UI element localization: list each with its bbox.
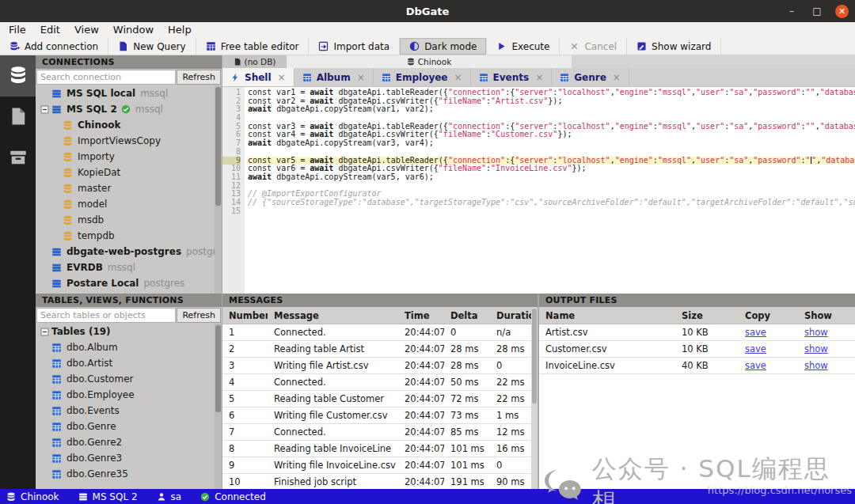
messages-column-duration[interactable]: Duration [490,310,538,321]
status-sa[interactable]: sa [157,491,182,502]
show-link[interactable]: show [804,360,828,371]
code-line[interactable]: await dbgateApi.copyStream(var5, var6); [248,173,855,182]
table-dbo-genre35[interactable]: dbo.Genre35 [36,466,222,482]
dark-mode-button[interactable]: Dark mode [400,38,487,55]
menu-view[interactable]: View [67,22,106,38]
tab-close-icon[interactable]: × [454,72,462,83]
rail-item-connections[interactable] [0,55,36,97]
messages-column-message[interactable]: Message [268,310,398,321]
rail-item-archive[interactable] [0,138,36,179]
show-link[interactable]: show [804,327,828,338]
new-query-button[interactable]: New Query [108,38,196,55]
connection-importviewscopy[interactable]: ImportViewsCopy [36,133,222,149]
save-link[interactable]: save [745,343,766,354]
status-ms-sql-2[interactable]: MS SQL 2 [78,491,138,502]
output-files-column-headers: NameSizeCopyShow [539,307,855,324]
server-db [51,104,62,115]
import-data-button[interactable]: Import data [309,38,400,55]
connection-msdb[interactable]: msdb [36,212,222,228]
toolbar: Add connectionNew QueryFree table editor… [0,38,855,55]
messages-scrollbar[interactable] [531,307,538,489]
menu-help[interactable]: Help [161,22,199,38]
connection-kopiedat[interactable]: KopieDat [36,165,222,180]
maximize-button[interactable]: □ [810,4,824,18]
connection-chinook[interactable]: Chinook [36,117,222,133]
tab-close-icon[interactable]: × [535,72,543,83]
connection-postare-local[interactable]: Postare Localpostgres [36,275,222,291]
tab-employee[interactable]: Employee× [374,68,471,86]
tab-events[interactable]: Events× [471,68,553,86]
connections-refresh-button[interactable]: Refresh [177,70,221,85]
tab-close-icon[interactable]: × [278,72,286,83]
menu-file[interactable]: File [2,22,33,38]
code-line[interactable]: // {"sourceStorageType":"database","targ… [248,199,855,207]
save-link[interactable]: save [745,327,766,338]
save-link[interactable]: save [745,360,766,371]
database [63,152,73,162]
tables-refresh-button[interactable]: Refresh [177,308,221,323]
menu-window[interactable]: Window [106,22,161,38]
output-files-rows: Artist.csv10 KBsaveshowCustomer.csv10 KB… [539,324,855,374]
show-wizard-button[interactable]: Show wizard [627,38,721,55]
messages-column-time[interactable]: Time [398,310,444,321]
messages-panel-header: MESSAGES [222,294,538,307]
rail-item-files[interactable] [0,97,36,138]
tab-close-icon[interactable]: × [357,72,365,83]
add-connection-button[interactable]: Add connection [0,38,108,55]
menu-edit[interactable]: Edit [33,22,67,38]
message-cell: Writing file Artist.csv [268,360,398,371]
tree-item-label: KopieDat [78,167,120,178]
output-column-copy[interactable]: Copy [739,310,798,321]
connection-evrdb[interactable]: EVRDBmssql [36,260,222,275]
output-column-show[interactable]: Show [798,310,855,321]
table-dbo-album[interactable]: dbo.Album [36,339,222,355]
execute-button[interactable]: Execute [487,38,560,55]
status-chinook[interactable]: Chinook [6,491,59,502]
code-line[interactable]: await dbgateApi.copyStream(var1, var2); [248,105,855,114]
tab-genre[interactable]: Genre× [552,68,629,86]
close-button[interactable]: ✕ [835,5,849,18]
connection-ms-sql-2[interactable]: MS SQL 2mssql [36,101,222,117]
search-connection-input[interactable] [36,70,176,85]
output-file-row: InvoiceLine.csv40 KBsaveshow [539,358,855,374]
messages-column-number[interactable]: Number [222,310,268,321]
sidebar: CONNECTIONS Refresh MS SQL localmssqlMS … [36,55,222,489]
table-dbo-employee[interactable]: dbo.Employee [36,387,222,403]
output-column-size[interactable]: Size [675,310,739,321]
connection-master[interactable]: master [36,180,222,196]
table-tables-19-[interactable]: Tables (19) [36,324,222,339]
connection-importy[interactable]: Importy [36,149,222,165]
free-table-editor-button[interactable]: Free table editor [196,38,310,55]
tab-shell[interactable]: Shell× [222,68,294,86]
table-dbo-events[interactable]: dbo.Events [36,403,222,419]
editor-code[interactable]: const var1 = await dbgateApi.tableReader… [245,87,855,294]
tab-album[interactable]: Album× [294,68,374,86]
messages-column-delta[interactable]: Delta [444,310,490,321]
table-dbo-genre3[interactable]: dbo.Genre3 [36,450,222,466]
show-link[interactable]: show [804,343,828,354]
table-dbo-genre2[interactable]: dbo.Genre2 [36,434,222,450]
table-dbo-customer[interactable]: dbo.Customer [36,371,222,387]
connection-model[interactable]: model [36,196,222,212]
connection-ms-sql-local[interactable]: MS SQL localmssql [36,85,222,101]
message-cell: 20:44:07 [398,410,444,421]
file-icon [118,41,128,51]
table-dbo-artist[interactable]: dbo.Artist [36,355,222,371]
code-editor[interactable]: 123456789101112131415 const var1 = await… [222,87,855,294]
database-icon [6,492,16,502]
toolbar-button-label: Dark mode [424,41,477,52]
table-dbo-genre[interactable]: dbo.Genre [36,419,222,434]
cancel-button[interactable]: Cancel [560,38,627,55]
status-connected[interactable]: Connected [200,491,266,502]
connections-scrollbar[interactable] [215,85,222,294]
code-line[interactable] [248,207,855,216]
connection-tempdb[interactable]: tempdb [36,228,222,244]
connection-dbgate-web-postgres[interactable]: dbgate-web-postgrespostgres [36,244,222,260]
minimize-button[interactable]: – [785,4,799,18]
tab-close-icon[interactable]: × [613,72,621,83]
tree-item-label: dbo.Customer [66,373,133,385]
code-line[interactable]: await dbgateApi.copyStream(var3, var4); [248,139,855,148]
search-tables-input[interactable] [36,308,176,323]
output-column-name[interactable]: Name [539,310,675,321]
tables-scrollbar[interactable] [215,324,222,489]
